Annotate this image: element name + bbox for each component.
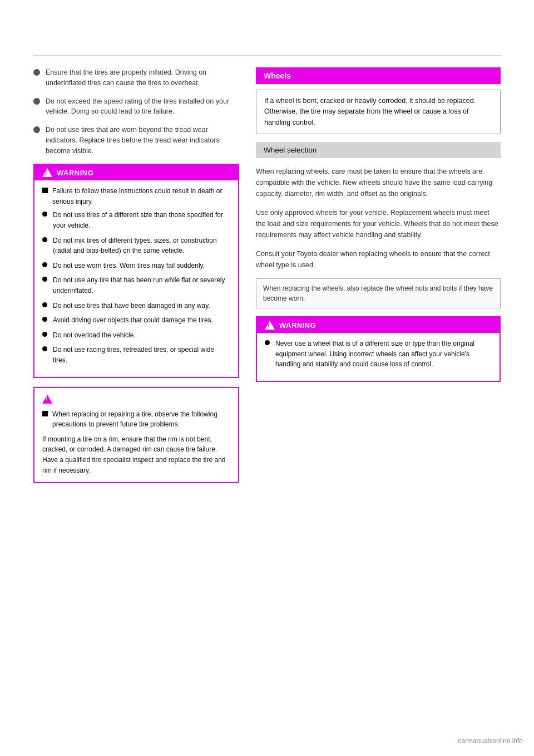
note-text: When replacing the wheels, also replace … [263, 283, 493, 303]
wheels-header-label: Wheels [264, 71, 291, 80]
warning-bullet-6: Do not overload the vehicle. [53, 330, 136, 341]
list-item: Do not use worn tires. Worn tires may fa… [42, 261, 230, 271]
bottom-warning-box: WARNING Never use a wheel that is of a d… [256, 316, 501, 382]
warning-bullet-2: Do not use worn tires. Worn tires may fa… [53, 261, 205, 271]
page-container: Ensure that the tires are properly infla… [0, 0, 534, 756]
warning-bullet-5: Avoid driving over objects that could da… [53, 315, 213, 326]
caution-triangle-icon [42, 395, 52, 404]
wheel-selection-label: Wheel selection [264, 146, 317, 154]
main-columns: Ensure that the tires are properly infla… [33, 67, 501, 492]
warning-bullet-1: Do not mix tires of different types, siz… [53, 235, 230, 256]
warning-bullet-7: Do not use racing tires, retreaded tires… [53, 345, 230, 365]
top-bullet-list: Ensure that the tires are properly infla… [33, 67, 239, 156]
bullet-icon [42, 212, 47, 217]
warning-bullet-3: Do not use any tire that has been run wh… [53, 275, 230, 296]
warning-header: WARNING [34, 165, 238, 180]
wheels-warning-text: If a wheel is bent, cracked or heavily c… [264, 96, 492, 128]
caution-body-text: If mounting a tire on a rim, ensure that… [42, 434, 230, 475]
top-divider [33, 56, 501, 56]
caution-header [42, 395, 230, 404]
bottom-warning-triangle-icon [265, 321, 275, 330]
bottom-warning-bullet-0: Never use a wheel that is of a different… [275, 338, 492, 370]
list-item: Do not use tires that have been damaged … [42, 301, 230, 311]
caution-intro-row: When replacing or repairing a tire, obse… [42, 409, 230, 430]
watermark: carmanualsonline.info [458, 737, 523, 745]
bullet-icon [42, 346, 47, 351]
bullet-text-1: Ensure that the tires are properly infla… [46, 67, 239, 89]
warning-triangle-icon [42, 168, 52, 177]
right-column: Wheels If a wheel is bent, cracked or he… [256, 67, 501, 492]
bullet-text-3: Do not use tires that are worn beyond th… [46, 125, 239, 156]
wheels-header-box: Wheels [256, 67, 501, 84]
warning-bullet-4: Do not use tires that have been damaged … [53, 301, 210, 311]
bullet-icon [33, 69, 40, 76]
right-body-para-2: Consult your Toyota dealer when replacin… [256, 248, 501, 271]
left-column: Ensure that the tires are properly infla… [33, 67, 239, 492]
bottom-warning-body: Never use a wheel that is of a different… [265, 338, 492, 370]
note-box: When replacing the wheels, also replace … [256, 278, 501, 308]
sq-bullet-icon [42, 188, 48, 193]
warning-label: WARNING [57, 169, 93, 177]
bullet-icon [42, 277, 47, 282]
list-item: Do not overload the vehicle. [42, 330, 230, 341]
list-item: Ensure that the tires are properly infla… [33, 67, 239, 89]
wheels-warning-box: If a wheel is bent, cracked or heavily c… [256, 90, 501, 134]
warning-intro-row: Failure to follow these instructions cou… [42, 186, 230, 207]
right-body-para-1: Use only approved wheels for your vehicl… [256, 207, 501, 240]
bullet-icon [33, 98, 40, 105]
list-item: Do not use tires that are worn beyond th… [33, 125, 239, 156]
caution-intro-text: When replacing or repairing a tire, obse… [52, 409, 230, 430]
bullet-icon [265, 340, 270, 345]
list-item: Avoid driving over objects that could da… [42, 315, 230, 326]
wheel-selection-box: Wheel selection [256, 142, 501, 158]
list-item: Do not mix tires of different types, siz… [42, 235, 230, 256]
bullet-text-2: Do not exceed the speed rating of the ti… [46, 96, 239, 117]
sq-bullet-icon [42, 411, 48, 416]
warning-box-left: WARNING Failure to follow these instruct… [33, 164, 239, 377]
bullet-icon [42, 317, 47, 322]
bullet-icon [42, 262, 47, 267]
caution-box-left: When replacing or repairing a tire, obse… [33, 387, 239, 484]
warning-intro-text: Failure to follow these instructions cou… [52, 186, 230, 207]
list-item: Do not use racing tires, retreaded tires… [42, 345, 230, 365]
bullet-icon [33, 126, 40, 133]
warning-bullet-0: Do not use tires of a different size tha… [53, 210, 230, 230]
list-item: Do not use tires of a different size tha… [42, 210, 230, 230]
list-item: Do not use any tire that has been run wh… [42, 275, 230, 296]
right-body-para-0: When replacing wheels, care must be take… [256, 166, 501, 199]
list-item: Never use a wheel that is of a different… [265, 338, 492, 370]
bullet-icon [42, 237, 47, 242]
warning-body: Failure to follow these instructions cou… [42, 186, 230, 365]
bottom-warning-header: WARNING [257, 317, 500, 333]
bottom-warning-label: WARNING [279, 321, 316, 330]
bullet-icon [42, 302, 47, 307]
list-item: Do not exceed the speed rating of the ti… [33, 96, 239, 117]
bullet-icon [42, 332, 47, 337]
